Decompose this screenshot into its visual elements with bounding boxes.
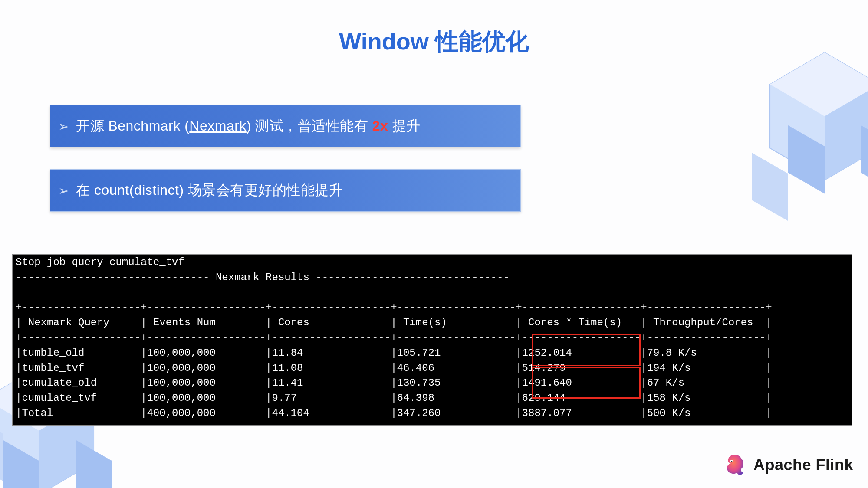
text-segment: 开源 Benchmark ( — [76, 118, 189, 134]
terminal-line: +-------------------+-------------------… — [16, 332, 772, 344]
svg-marker-11 — [0, 413, 3, 481]
svg-marker-9 — [3, 440, 39, 488]
terminal-output: Stop job query cumulate_tvf ------------… — [12, 254, 852, 426]
terminal-line: | Nexmark Query | Events Num | Cores | T… — [16, 317, 772, 328]
footer-brand: Apache Flink — [721, 452, 853, 478]
nexmark-link[interactable]: Nexmark — [189, 118, 247, 134]
bullet-text: 在 count(distinct) 场景会有更好的性能提升 — [76, 181, 343, 200]
table-row: |Total |400,000,000 |44.104 |347.260 |38… — [16, 407, 772, 419]
chevron-right-icon: ➢ — [58, 183, 69, 198]
page-title: Window 性能优化 — [0, 26, 868, 58]
bullet-benchmark-2x: ➢ 开源 Benchmark (Nexmark) 测试，普适性能有 2x 提升 — [50, 105, 521, 147]
svg-marker-3 — [788, 125, 825, 194]
chevron-right-icon: ➢ — [58, 119, 69, 134]
table-row: |cumulate_old |100,000,000 |11.41 |130.7… — [16, 377, 772, 389]
table-row: |tumble_old |100,000,000 |11.84 |105.721… — [16, 347, 772, 359]
highlight-2x: 2x — [372, 118, 388, 134]
terminal-line: +-------------------+-------------------… — [16, 422, 772, 426]
terminal-line: +-------------------+-------------------… — [16, 301, 772, 313]
bullet-count-distinct: ➢ 在 count(distinct) 场景会有更好的性能提升 — [50, 169, 521, 212]
slide: Window 性能优化 ➢ 开源 Benchmark (Nexmark) 测试，… — [0, 0, 868, 488]
svg-marker-0 — [770, 52, 868, 180]
flink-squirrel-icon — [721, 452, 746, 478]
svg-marker-10 — [76, 440, 112, 488]
svg-marker-4 — [861, 125, 868, 194]
svg-marker-2 — [825, 85, 868, 180]
terminal-line: ------------------------------- Nexmark … — [16, 272, 510, 283]
text-segment: ) 测试，普适性能有 — [247, 118, 372, 134]
terminal-line: Stop job query cumulate_tvf — [16, 256, 184, 268]
text-segment: 提升 — [388, 118, 420, 134]
svg-point-13 — [731, 461, 732, 462]
bullet-text: 开源 Benchmark (Nexmark) 测试，普适性能有 2x 提升 — [76, 117, 421, 136]
svg-marker-5 — [752, 153, 788, 221]
table-row: |cumulate_tvf |100,000,000 |9.77 |64.398… — [16, 392, 772, 404]
bg-shape-top-right — [733, 43, 868, 226]
table-row: |tumble_tvf |100,000,000 |11.08 |46.406 … — [16, 362, 772, 374]
svg-marker-1 — [770, 52, 868, 116]
brand-text: Apache Flink — [753, 456, 853, 474]
